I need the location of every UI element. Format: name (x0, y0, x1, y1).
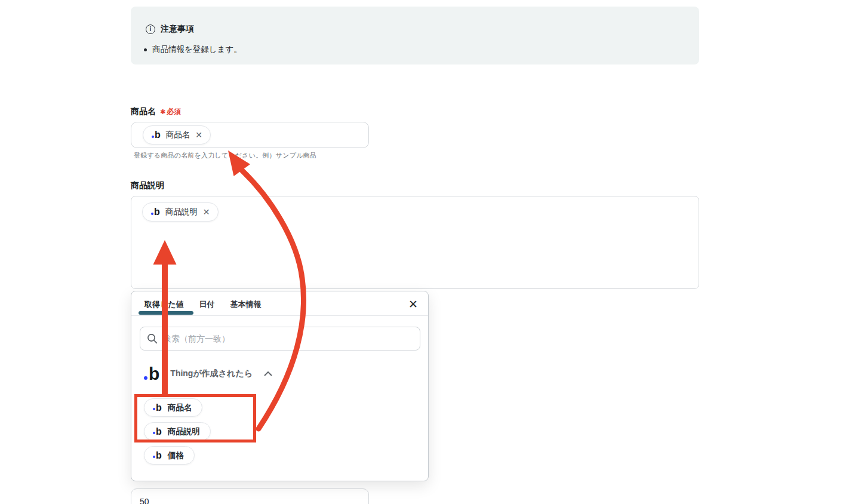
chip-label: 商品名 (166, 130, 190, 140)
product-name-value-chip[interactable]: b 商品名 ✕ (143, 125, 211, 145)
chip-label: 価格 (168, 450, 184, 461)
chip-label: 商品説明 (165, 207, 198, 217)
chip-remove-icon[interactable]: ✕ (203, 208, 210, 216)
product-description-textarea[interactable]: b 商品説明 ✕ (131, 196, 699, 289)
bubble-logo-icon: b (153, 428, 162, 436)
product-name-label-text: 商品名 (131, 106, 156, 116)
product-name-helper: 登録する商品の名前を入力してください。例）サンプル商品 (134, 151, 316, 160)
bubble-dot-icon (153, 408, 155, 410)
bubble-dot-icon (144, 376, 147, 380)
active-tab-underline (139, 311, 193, 315)
required-star: ✱ (160, 108, 165, 115)
info-icon: i (146, 24, 155, 34)
search-icon (147, 333, 158, 344)
trigger-group-label: Thingが作成されたら (170, 368, 253, 379)
bubble-logo-icon: b (151, 208, 160, 216)
product-name-label: 商品名✱必須 (131, 106, 181, 117)
popup-search (140, 327, 420, 351)
bubble-letter: b (149, 366, 159, 382)
page: i 注意事項 商品情報を登録します。 商品名✱必須 b 商品名 ✕ 登録する商品… (0, 0, 855, 504)
product-name-input[interactable]: b 商品名 ✕ (131, 122, 369, 148)
bubble-letter: b (156, 451, 162, 460)
value-chip-product-description[interactable]: b 商品説明 (144, 422, 211, 441)
search-input[interactable] (140, 327, 420, 351)
bubble-dot-icon (153, 432, 155, 434)
popup-close-icon[interactable]: ✕ (407, 297, 420, 311)
chip-remove-icon[interactable]: ✕ (195, 131, 202, 139)
value-chip-list: b 商品名 b 商品説明 b 価格 (144, 398, 211, 465)
bubble-dot-icon (153, 456, 155, 458)
bubble-letter: b (156, 404, 162, 412)
chip-label: 商品名 (168, 402, 192, 413)
value-picker-popup: 取得した値 日付 基本情報 ✕ b Thingが作成されたら (131, 291, 429, 481)
chevron-up-icon[interactable] (264, 371, 272, 376)
notice-title-row: i 注意事項 (146, 24, 194, 35)
price-input[interactable] (131, 489, 368, 504)
value-chip-product-name[interactable]: b 商品名 (144, 398, 202, 417)
required-badge: ✱必須 (160, 106, 181, 116)
bubble-logo-icon: b (153, 404, 162, 412)
bubble-letter: b (156, 428, 162, 436)
tabs-divider (131, 315, 428, 316)
value-chip-price[interactable]: b 価格 (144, 446, 195, 465)
bubble-logo-icon: b (153, 451, 162, 460)
trigger-group-header[interactable]: b Thingが作成されたら (144, 366, 272, 382)
bubble-dot-icon (151, 213, 153, 215)
bubble-logo-icon: b (144, 366, 159, 382)
tab-retrieved-values[interactable]: 取得した値 (144, 299, 184, 310)
tab-date[interactable]: 日付 (199, 299, 215, 310)
notice-item-text: 商品情報を登録します。 (152, 44, 242, 55)
product-description-label: 商品説明 (131, 180, 164, 191)
bubble-letter: b (155, 131, 161, 139)
notice-title: 注意事項 (161, 24, 194, 35)
required-text: 必須 (167, 107, 181, 116)
bubble-dot-icon (152, 136, 154, 138)
price-input-box[interactable] (131, 488, 369, 504)
bullet-icon (144, 48, 147, 51)
notice-item: 商品情報を登録します。 (144, 44, 242, 55)
notice-box: i 注意事項 商品情報を登録します。 (131, 7, 699, 64)
tab-basic-info[interactable]: 基本情報 (230, 299, 262, 310)
chip-label: 商品説明 (168, 426, 200, 437)
bubble-logo-icon: b (152, 131, 161, 139)
product-description-value-chip[interactable]: b 商品説明 ✕ (142, 202, 219, 222)
bubble-letter: b (154, 208, 160, 216)
popup-tabs: 取得した値 日付 基本情報 (144, 299, 262, 310)
